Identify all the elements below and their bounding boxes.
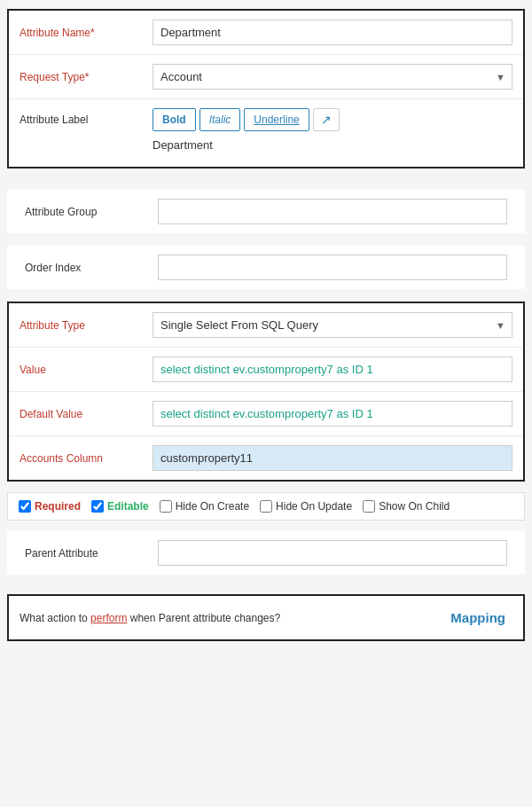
default-value-input[interactable] [153,401,512,427]
hide-on-create-label[interactable]: Hide On Create [176,500,249,513]
attribute-group-input[interactable] [158,199,507,224]
page-container: Attribute Name* Request Type* Account Us… [0,0,532,661]
middle-section-box: Attribute Type Single Select From SQL Qu… [7,302,525,482]
attribute-group-row: Attribute Group [7,190,525,233]
attribute-group-label: Attribute Group [25,206,158,218]
attribute-name-row: Attribute Name* [9,11,523,55]
default-value-input-col [153,401,512,427]
action-underline-word: perform [90,612,127,624]
parent-attribute-input-col [158,540,507,566]
spacer-4 [0,576,532,587]
hide-on-update-checkbox-item: Hide On Update [260,500,352,513]
attribute-name-input-col [153,20,512,45]
parent-attribute-label: Parent Attribute [25,547,158,560]
order-index-input-col [158,255,507,280]
checkbox-row: Required Editable Hide On Create Hide On… [7,492,525,521]
order-index-input[interactable] [158,255,507,280]
attribute-label-input-col: Bold Italic Underline ↗ Department [153,108,512,158]
request-type-input-col: Account User Group ▼ [153,64,512,90]
parent-attribute-input[interactable] [158,540,507,566]
hide-on-update-label[interactable]: Hide On Update [276,500,352,513]
order-index-row: Order Index [7,246,525,289]
underline-button[interactable]: Underline [244,108,309,131]
request-type-row: Request Type* Account User Group ▼ [9,55,523,99]
required-checkbox[interactable] [19,500,31,513]
required-checkbox-item: Required [19,500,81,513]
value-input-col [153,356,512,382]
attribute-type-select[interactable]: Single Select From SQL Query Text Number… [153,312,512,338]
accounts-column-label: Accounts Column [20,452,153,465]
formatting-btn-group: Bold Italic Underline ↗ [153,108,512,131]
value-row: Value [9,348,523,392]
attribute-type-row: Attribute Type Single Select From SQL Qu… [9,303,523,348]
value-input[interactable] [153,356,512,382]
accounts-column-row: Accounts Column [9,436,523,480]
attribute-group-input-col [158,199,507,224]
hide-on-update-checkbox[interactable] [260,500,272,513]
mapping-button[interactable]: Mapping [443,607,512,629]
request-type-label: Request Type* [20,71,153,83]
top-section-box: Attribute Name* Request Type* Account Us… [7,9,525,168]
spacer-2 [0,235,532,246]
editable-label[interactable]: Editable [107,500,149,513]
spacer-1 [0,179,532,190]
action-box: What action to perform when Parent attri… [7,594,525,641]
hide-on-create-checkbox-item: Hide On Create [160,500,249,513]
attribute-label-row: Attribute Label Bold Italic Underline ↗ … [9,99,523,167]
attribute-type-input-col: Single Select From SQL Query Text Number… [153,312,512,338]
request-type-select-wrapper: Account User Group ▼ [153,64,512,90]
attribute-label-label: Attribute Label [20,108,153,126]
attribute-name-label: Attribute Name* [20,27,153,39]
editable-checkbox[interactable] [91,500,104,513]
accounts-column-input[interactable] [153,445,512,471]
order-index-label: Order Index [25,262,158,274]
attribute-label-text: Department [153,137,512,158]
show-on-child-checkbox-item: Show On Child [363,500,450,513]
attribute-name-input[interactable] [153,20,512,45]
required-label[interactable]: Required [35,500,81,513]
action-question-text: What action to perform when Parent attri… [20,612,443,624]
attribute-type-label: Attribute Type [20,319,153,332]
show-on-child-label[interactable]: Show On Child [379,500,450,513]
value-label: Value [20,364,153,376]
show-on-child-checkbox[interactable] [363,500,375,513]
default-value-row: Default Value [9,392,523,436]
italic-button[interactable]: Italic [200,108,241,131]
accounts-column-input-col [153,445,512,471]
editable-checkbox-item: Editable [91,500,149,513]
share-icon-button[interactable]: ↗ [313,108,340,131]
spacer-3 [0,291,532,302]
attribute-type-select-wrapper: Single Select From SQL Query Text Number… [153,312,512,338]
hide-on-create-checkbox[interactable] [160,500,172,513]
default-value-label: Default Value [20,408,153,420]
parent-attribute-row: Parent Attribute [7,531,525,575]
request-type-select[interactable]: Account User Group [153,64,512,90]
bold-button[interactable]: Bold [153,108,196,131]
